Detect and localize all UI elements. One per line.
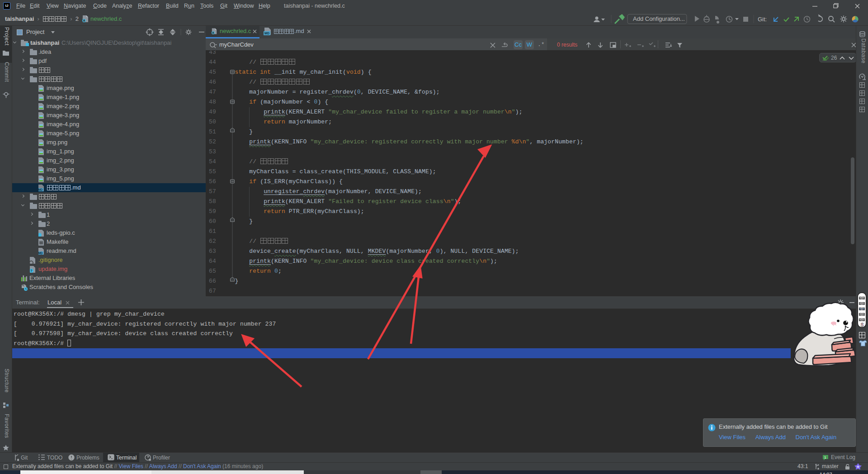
- svg-text:Profiler: Profiler: [153, 455, 170, 461]
- svg-text:Git: Git: [21, 455, 28, 461]
- svg-text:TODO: TODO: [47, 455, 62, 461]
- svg-text:1: 1: [824, 455, 826, 460]
- svg-text:Problems: Problems: [76, 455, 99, 461]
- svg-text:Git:: Git:: [758, 16, 767, 23]
- svg-text:Terminal: Terminal: [116, 455, 137, 461]
- svg-text:Add Configuration...: Add Configuration...: [633, 15, 685, 22]
